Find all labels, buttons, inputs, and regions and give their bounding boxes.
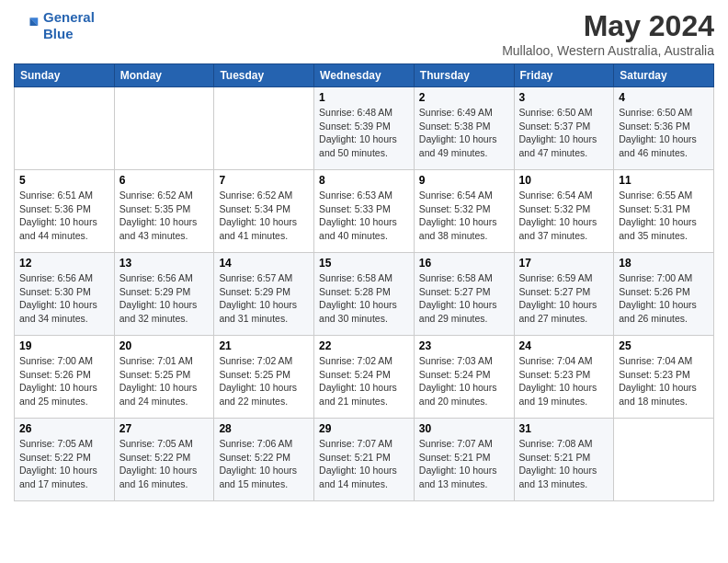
day-info: Sunrise: 6:53 AMSunset: 5:33 PMDaylight:… bbox=[319, 189, 409, 243]
day-info: Sunrise: 7:07 AMSunset: 5:21 PMDaylight:… bbox=[419, 437, 509, 491]
day-info: Sunrise: 6:50 AMSunset: 5:37 PMDaylight:… bbox=[519, 106, 609, 160]
day-of-week-header: Friday bbox=[514, 64, 614, 87]
calendar-day-cell: 25Sunrise: 7:04 AMSunset: 5:23 PMDayligh… bbox=[614, 336, 714, 419]
calendar-day-cell bbox=[114, 87, 214, 170]
day-number: 12 bbox=[19, 257, 109, 270]
calendar-day-cell bbox=[15, 87, 115, 170]
day-number: 22 bbox=[319, 339, 409, 352]
day-of-week-header: Wednesday bbox=[314, 64, 415, 87]
calendar-header: SundayMondayTuesdayWednesdayThursdayFrid… bbox=[15, 64, 714, 87]
day-number: 20 bbox=[119, 339, 210, 352]
day-info: Sunrise: 6:48 AMSunset: 5:39 PMDaylight:… bbox=[319, 106, 409, 160]
day-number: 5 bbox=[19, 174, 109, 187]
day-info: Sunrise: 6:50 AMSunset: 5:36 PMDaylight:… bbox=[619, 106, 709, 160]
day-number: 30 bbox=[419, 422, 509, 435]
day-of-week-header: Monday bbox=[114, 64, 214, 87]
day-info: Sunrise: 7:07 AMSunset: 5:21 PMDaylight:… bbox=[319, 437, 409, 491]
day-number: 9 bbox=[419, 174, 509, 187]
calendar-day-cell: 8Sunrise: 6:53 AMSunset: 5:33 PMDaylight… bbox=[314, 170, 415, 253]
calendar-day-cell: 15Sunrise: 6:58 AMSunset: 5:28 PMDayligh… bbox=[314, 253, 415, 336]
day-info: Sunrise: 7:06 AMSunset: 5:22 PMDaylight:… bbox=[219, 437, 309, 491]
calendar-day-cell: 22Sunrise: 7:02 AMSunset: 5:24 PMDayligh… bbox=[314, 336, 415, 419]
calendar-day-cell bbox=[214, 87, 314, 170]
calendar-day-cell: 3Sunrise: 6:50 AMSunset: 5:37 PMDaylight… bbox=[514, 87, 614, 170]
calendar-day-cell: 5Sunrise: 6:51 AMSunset: 5:36 PMDaylight… bbox=[15, 170, 115, 253]
day-info: Sunrise: 6:59 AMSunset: 5:27 PMDaylight:… bbox=[519, 271, 609, 326]
calendar-week-row: 19Sunrise: 7:00 AMSunset: 5:26 PMDayligh… bbox=[15, 336, 714, 419]
day-number: 26 bbox=[19, 422, 109, 435]
day-number: 3 bbox=[519, 91, 609, 104]
calendar-day-cell: 31Sunrise: 7:08 AMSunset: 5:21 PMDayligh… bbox=[514, 419, 614, 501]
calendar-week-row: 5Sunrise: 6:51 AMSunset: 5:36 PMDaylight… bbox=[15, 170, 714, 253]
day-number: 18 bbox=[619, 257, 709, 270]
day-number: 8 bbox=[319, 174, 409, 187]
calendar-day-cell: 2Sunrise: 6:49 AMSunset: 5:38 PMDaylight… bbox=[414, 87, 514, 170]
logo: General Blue bbox=[14, 9, 95, 42]
day-number: 27 bbox=[119, 422, 210, 435]
day-number: 14 bbox=[219, 257, 309, 270]
calendar-day-cell: 26Sunrise: 7:05 AMSunset: 5:22 PMDayligh… bbox=[15, 419, 115, 501]
day-info: Sunrise: 7:01 AMSunset: 5:25 PMDaylight:… bbox=[119, 354, 210, 408]
day-number: 1 bbox=[319, 91, 409, 104]
day-info: Sunrise: 6:52 AMSunset: 5:34 PMDaylight:… bbox=[219, 189, 309, 243]
day-number: 24 bbox=[519, 339, 609, 352]
day-number: 6 bbox=[119, 174, 210, 187]
calendar-day-cell: 14Sunrise: 6:57 AMSunset: 5:29 PMDayligh… bbox=[214, 253, 314, 336]
day-info: Sunrise: 6:58 AMSunset: 5:27 PMDaylight:… bbox=[419, 271, 509, 326]
day-number: 19 bbox=[19, 339, 109, 352]
calendar-day-cell: 30Sunrise: 7:07 AMSunset: 5:21 PMDayligh… bbox=[414, 419, 514, 501]
day-info: Sunrise: 6:58 AMSunset: 5:28 PMDaylight:… bbox=[319, 271, 409, 326]
calendar-week-row: 12Sunrise: 6:56 AMSunset: 5:30 PMDayligh… bbox=[15, 253, 714, 336]
day-number: 2 bbox=[419, 91, 509, 104]
calendar-day-cell: 28Sunrise: 7:06 AMSunset: 5:22 PMDayligh… bbox=[214, 419, 314, 501]
calendar-day-cell: 9Sunrise: 6:54 AMSunset: 5:32 PMDaylight… bbox=[414, 170, 514, 253]
calendar-day-cell: 1Sunrise: 6:48 AMSunset: 5:39 PMDaylight… bbox=[314, 87, 415, 170]
day-info: Sunrise: 7:04 AMSunset: 5:23 PMDaylight:… bbox=[519, 354, 609, 408]
day-number: 13 bbox=[119, 257, 210, 270]
calendar-day-cell: 24Sunrise: 7:04 AMSunset: 5:23 PMDayligh… bbox=[514, 336, 614, 419]
day-info: Sunrise: 7:03 AMSunset: 5:24 PMDaylight:… bbox=[419, 354, 509, 408]
day-number: 21 bbox=[219, 339, 309, 352]
location: Mullaloo, Western Australia, Australia bbox=[502, 43, 714, 58]
day-number: 25 bbox=[619, 339, 709, 352]
calendar-day-cell: 29Sunrise: 7:07 AMSunset: 5:21 PMDayligh… bbox=[314, 419, 415, 501]
day-info: Sunrise: 6:56 AMSunset: 5:30 PMDaylight:… bbox=[19, 271, 109, 326]
day-info: Sunrise: 7:02 AMSunset: 5:24 PMDaylight:… bbox=[319, 354, 409, 408]
header-row: SundayMondayTuesdayWednesdayThursdayFrid… bbox=[15, 64, 714, 87]
calendar-day-cell: 27Sunrise: 7:05 AMSunset: 5:22 PMDayligh… bbox=[114, 419, 214, 501]
day-info: Sunrise: 7:00 AMSunset: 5:26 PMDaylight:… bbox=[19, 354, 109, 408]
day-info: Sunrise: 7:04 AMSunset: 5:23 PMDaylight:… bbox=[619, 354, 709, 408]
day-number: 31 bbox=[519, 422, 609, 435]
calendar-day-cell: 21Sunrise: 7:02 AMSunset: 5:25 PMDayligh… bbox=[214, 336, 314, 419]
calendar-day-cell: 11Sunrise: 6:55 AMSunset: 5:31 PMDayligh… bbox=[614, 170, 714, 253]
title-block: May 2024 Mullaloo, Western Australia, Au… bbox=[502, 9, 714, 58]
calendar-day-cell: 17Sunrise: 6:59 AMSunset: 5:27 PMDayligh… bbox=[514, 253, 614, 336]
day-info: Sunrise: 7:02 AMSunset: 5:25 PMDaylight:… bbox=[219, 354, 309, 408]
page-header: General Blue May 2024 Mullaloo, Western … bbox=[14, 9, 714, 58]
day-of-week-header: Saturday bbox=[614, 64, 714, 87]
calendar-day-cell: 13Sunrise: 6:56 AMSunset: 5:29 PMDayligh… bbox=[114, 253, 214, 336]
day-info: Sunrise: 7:00 AMSunset: 5:26 PMDaylight:… bbox=[619, 271, 709, 326]
day-number: 4 bbox=[619, 91, 709, 104]
day-info: Sunrise: 7:05 AMSunset: 5:22 PMDaylight:… bbox=[119, 437, 210, 491]
calendar-week-row: 26Sunrise: 7:05 AMSunset: 5:22 PMDayligh… bbox=[15, 419, 714, 501]
day-of-week-header: Tuesday bbox=[214, 64, 314, 87]
calendar-day-cell: 10Sunrise: 6:54 AMSunset: 5:32 PMDayligh… bbox=[514, 170, 614, 253]
day-info: Sunrise: 6:49 AMSunset: 5:38 PMDaylight:… bbox=[419, 106, 509, 160]
calendar-day-cell: 20Sunrise: 7:01 AMSunset: 5:25 PMDayligh… bbox=[114, 336, 214, 419]
calendar-day-cell: 18Sunrise: 7:00 AMSunset: 5:26 PMDayligh… bbox=[614, 253, 714, 336]
day-info: Sunrise: 6:51 AMSunset: 5:36 PMDaylight:… bbox=[19, 189, 109, 243]
calendar-body: 1Sunrise: 6:48 AMSunset: 5:39 PMDaylight… bbox=[15, 87, 714, 501]
calendar-week-row: 1Sunrise: 6:48 AMSunset: 5:39 PMDaylight… bbox=[15, 87, 714, 170]
day-number: 7 bbox=[219, 174, 309, 187]
calendar-day-cell: 16Sunrise: 6:58 AMSunset: 5:27 PMDayligh… bbox=[414, 253, 514, 336]
calendar-day-cell: 4Sunrise: 6:50 AMSunset: 5:36 PMDaylight… bbox=[614, 87, 714, 170]
day-number: 23 bbox=[419, 339, 509, 352]
day-of-week-header: Sunday bbox=[15, 64, 115, 87]
month-title: May 2024 bbox=[502, 9, 714, 43]
day-number: 28 bbox=[219, 422, 309, 435]
calendar-day-cell: 23Sunrise: 7:03 AMSunset: 5:24 PMDayligh… bbox=[414, 336, 514, 419]
logo-text: General Blue bbox=[43, 9, 95, 42]
calendar-day-cell: 6Sunrise: 6:52 AMSunset: 5:35 PMDaylight… bbox=[114, 170, 214, 253]
day-info: Sunrise: 6:57 AMSunset: 5:29 PMDaylight:… bbox=[219, 271, 309, 326]
